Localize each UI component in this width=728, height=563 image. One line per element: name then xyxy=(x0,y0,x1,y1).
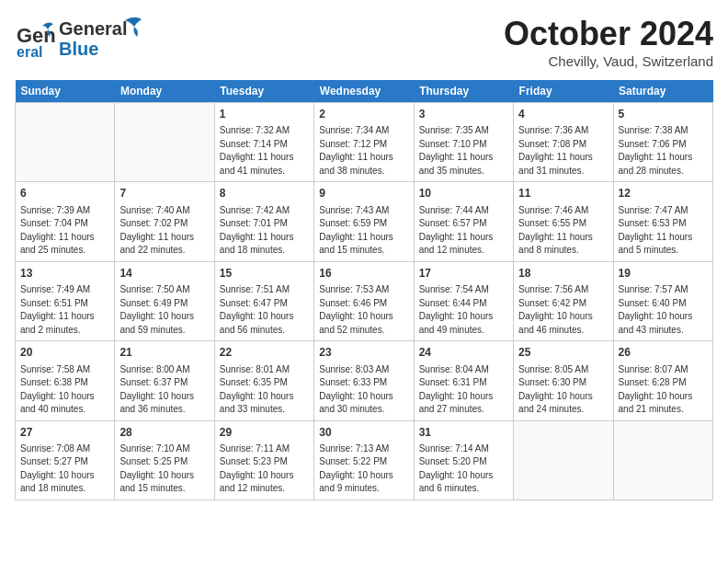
calendar-cell: 19Sunrise: 7:57 AMSunset: 6:40 PMDayligh… xyxy=(613,261,712,340)
day-info: Sunrise: 7:36 AMSunset: 7:08 PMDaylight:… xyxy=(518,124,608,178)
day-info: Sunrise: 7:54 AMSunset: 6:44 PMDaylight:… xyxy=(419,283,508,337)
day-number: 7 xyxy=(119,186,209,201)
day-info: Sunrise: 8:07 AMSunset: 6:28 PMDaylight:… xyxy=(619,363,708,417)
day-number: 3 xyxy=(419,107,508,122)
day-info: Sunrise: 7:13 AMSunset: 5:22 PMDaylight:… xyxy=(319,442,408,496)
day-number: 21 xyxy=(119,345,209,361)
calendar-cell: 3Sunrise: 7:35 AMSunset: 7:10 PMDaylight… xyxy=(414,103,513,182)
day-info: Sunrise: 7:38 AMSunset: 7:06 PMDaylight:… xyxy=(619,124,708,178)
calendar-week-4: 20Sunrise: 7:58 AMSunset: 6:38 PMDayligh… xyxy=(16,341,713,420)
calendar-cell: 2Sunrise: 7:34 AMSunset: 7:12 PMDaylight… xyxy=(314,103,414,182)
day-number: 12 xyxy=(619,186,708,201)
calendar-cell xyxy=(16,103,115,182)
calendar-cell: 18Sunrise: 7:56 AMSunset: 6:42 PMDayligh… xyxy=(514,261,613,340)
day-info: Sunrise: 7:08 AMSunset: 5:27 PMDaylight:… xyxy=(20,442,109,496)
calendar-cell: 5Sunrise: 7:38 AMSunset: 7:06 PMDaylight… xyxy=(613,103,712,182)
day-info: Sunrise: 7:46 AMSunset: 6:55 PMDaylight:… xyxy=(518,204,608,258)
svg-text:eral: eral xyxy=(17,44,42,57)
calendar-cell: 30Sunrise: 7:13 AMSunset: 5:22 PMDayligh… xyxy=(314,420,414,500)
day-info: Sunrise: 7:11 AMSunset: 5:23 PMDaylight:… xyxy=(220,442,309,496)
day-number: 27 xyxy=(20,425,109,441)
calendar-cell: 23Sunrise: 8:03 AMSunset: 6:33 PMDayligh… xyxy=(314,341,414,420)
calendar-header-row: SundayMondayTuesdayWednesdayThursdayFrid… xyxy=(16,80,713,103)
location: Chevilly, Vaud, Switzerland xyxy=(504,53,713,69)
calendar-week-1: 1Sunrise: 7:32 AMSunset: 7:14 PMDaylight… xyxy=(16,103,713,182)
logo-name: General Blue xyxy=(59,15,142,59)
calendar-cell: 9Sunrise: 7:43 AMSunset: 6:59 PMDaylight… xyxy=(314,182,414,261)
calendar-cell: 15Sunrise: 7:51 AMSunset: 6:47 PMDayligh… xyxy=(214,261,313,340)
calendar-cell: 14Sunrise: 7:50 AMSunset: 6:49 PMDayligh… xyxy=(115,261,214,340)
calendar-cell: 20Sunrise: 7:58 AMSunset: 6:38 PMDayligh… xyxy=(16,341,115,420)
calendar-cell xyxy=(514,420,613,500)
day-number: 5 xyxy=(619,107,708,122)
day-header-sunday: Sunday xyxy=(16,80,115,103)
day-info: Sunrise: 7:57 AMSunset: 6:40 PMDaylight:… xyxy=(619,283,708,337)
day-header-tuesday: Tuesday xyxy=(214,80,313,103)
day-number: 14 xyxy=(119,266,209,282)
day-info: Sunrise: 7:35 AMSunset: 7:10 PMDaylight:… xyxy=(419,124,508,178)
calendar-cell: 1Sunrise: 7:32 AMSunset: 7:14 PMDaylight… xyxy=(214,103,313,182)
day-number: 17 xyxy=(419,266,508,282)
calendar-week-5: 27Sunrise: 7:08 AMSunset: 5:27 PMDayligh… xyxy=(16,420,713,500)
day-number: 22 xyxy=(220,345,309,361)
day-info: Sunrise: 7:43 AMSunset: 6:59 PMDaylight:… xyxy=(319,204,408,258)
calendar-week-2: 6Sunrise: 7:39 AMSunset: 7:04 PMDaylight… xyxy=(16,182,713,261)
day-number: 31 xyxy=(419,425,508,441)
calendar-cell: 29Sunrise: 7:11 AMSunset: 5:23 PMDayligh… xyxy=(214,420,313,500)
calendar-cell: 25Sunrise: 8:05 AMSunset: 6:30 PMDayligh… xyxy=(514,341,613,420)
day-number: 11 xyxy=(518,186,608,201)
day-info: Sunrise: 7:47 AMSunset: 6:53 PMDaylight:… xyxy=(619,204,708,258)
calendar-cell: 4Sunrise: 7:36 AMSunset: 7:08 PMDaylight… xyxy=(514,103,613,182)
day-number: 18 xyxy=(518,266,608,282)
day-header-thursday: Thursday xyxy=(414,80,513,103)
calendar-cell: 10Sunrise: 7:44 AMSunset: 6:57 PMDayligh… xyxy=(414,182,513,261)
day-number: 25 xyxy=(518,345,608,361)
calendar-cell: 26Sunrise: 8:07 AMSunset: 6:28 PMDayligh… xyxy=(613,341,712,420)
logo-icon: Gen eral xyxy=(15,17,55,57)
day-number: 6 xyxy=(20,186,109,201)
calendar-cell: 27Sunrise: 7:08 AMSunset: 5:27 PMDayligh… xyxy=(16,420,115,500)
day-number: 16 xyxy=(319,266,408,282)
calendar-cell: 6Sunrise: 7:39 AMSunset: 7:04 PMDaylight… xyxy=(16,182,115,261)
calendar-cell: 11Sunrise: 7:46 AMSunset: 6:55 PMDayligh… xyxy=(514,182,613,261)
day-number: 8 xyxy=(220,186,309,201)
day-header-friday: Friday xyxy=(514,80,613,103)
day-number: 30 xyxy=(319,425,408,441)
day-header-saturday: Saturday xyxy=(613,80,712,103)
day-info: Sunrise: 7:34 AMSunset: 7:12 PMDaylight:… xyxy=(319,124,408,178)
day-number: 4 xyxy=(518,107,608,122)
calendar-table: SundayMondayTuesdayWednesdayThursdayFrid… xyxy=(15,80,713,500)
day-info: Sunrise: 7:42 AMSunset: 7:01 PMDaylight:… xyxy=(220,204,309,258)
day-info: Sunrise: 7:50 AMSunset: 6:49 PMDaylight:… xyxy=(119,283,209,337)
day-number: 1 xyxy=(220,107,309,122)
page-header: Gen eral General Blue October 2024 Chevi… xyxy=(15,15,713,69)
day-number: 20 xyxy=(20,345,109,361)
day-number: 28 xyxy=(119,425,209,441)
day-info: Sunrise: 8:04 AMSunset: 6:31 PMDaylight:… xyxy=(419,363,508,417)
day-info: Sunrise: 7:56 AMSunset: 6:42 PMDaylight:… xyxy=(518,283,608,337)
day-header-wednesday: Wednesday xyxy=(314,80,414,103)
calendar-cell: 17Sunrise: 7:54 AMSunset: 6:44 PMDayligh… xyxy=(414,261,513,340)
day-number: 24 xyxy=(419,345,508,361)
day-info: Sunrise: 7:39 AMSunset: 7:04 PMDaylight:… xyxy=(20,204,109,258)
calendar-cell: 8Sunrise: 7:42 AMSunset: 7:01 PMDaylight… xyxy=(214,182,313,261)
calendar-cell xyxy=(115,103,214,182)
day-info: Sunrise: 7:14 AMSunset: 5:20 PMDaylight:… xyxy=(419,442,508,496)
calendar-cell: 13Sunrise: 7:49 AMSunset: 6:51 PMDayligh… xyxy=(16,261,115,340)
day-info: Sunrise: 7:53 AMSunset: 6:46 PMDaylight:… xyxy=(319,283,408,337)
day-number: 9 xyxy=(319,186,408,201)
day-info: Sunrise: 8:01 AMSunset: 6:35 PMDaylight:… xyxy=(220,363,309,417)
svg-text:General: General xyxy=(59,18,127,39)
day-info: Sunrise: 7:58 AMSunset: 6:38 PMDaylight:… xyxy=(20,363,109,417)
day-info: Sunrise: 8:03 AMSunset: 6:33 PMDaylight:… xyxy=(319,363,408,417)
calendar-cell: 31Sunrise: 7:14 AMSunset: 5:20 PMDayligh… xyxy=(414,420,513,500)
logo: Gen eral General Blue xyxy=(15,15,142,59)
day-number: 23 xyxy=(319,345,408,361)
day-number: 10 xyxy=(419,186,508,201)
day-header-monday: Monday xyxy=(115,80,214,103)
day-info: Sunrise: 8:05 AMSunset: 6:30 PMDaylight:… xyxy=(518,363,608,417)
day-info: Sunrise: 7:40 AMSunset: 7:02 PMDaylight:… xyxy=(119,204,209,258)
day-info: Sunrise: 7:10 AMSunset: 5:25 PMDaylight:… xyxy=(119,442,209,496)
calendar-cell: 22Sunrise: 8:01 AMSunset: 6:35 PMDayligh… xyxy=(214,341,313,420)
day-number: 2 xyxy=(319,107,408,122)
